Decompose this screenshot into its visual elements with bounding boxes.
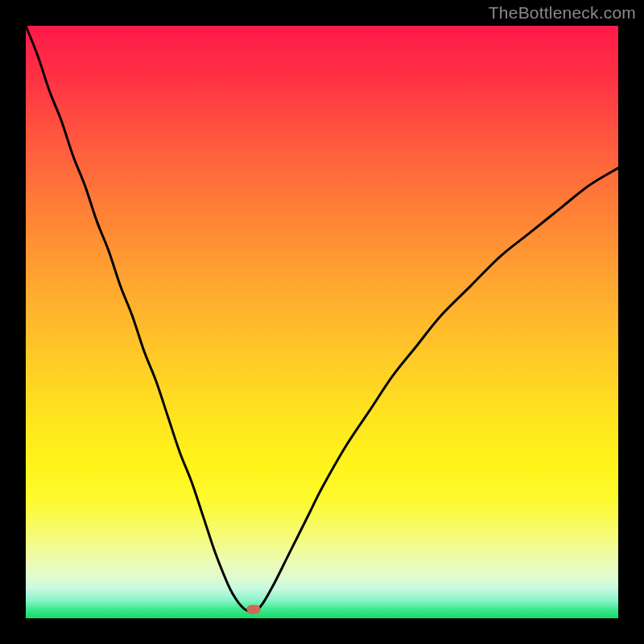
watermark-text: TheBottleneck.com bbox=[489, 3, 636, 23]
bottleneck-curve bbox=[26, 26, 618, 618]
chart-outer-frame: TheBottleneck.com bbox=[0, 0, 644, 644]
bottleneck-marker bbox=[247, 605, 261, 613]
chart-plot-area bbox=[26, 26, 618, 618]
